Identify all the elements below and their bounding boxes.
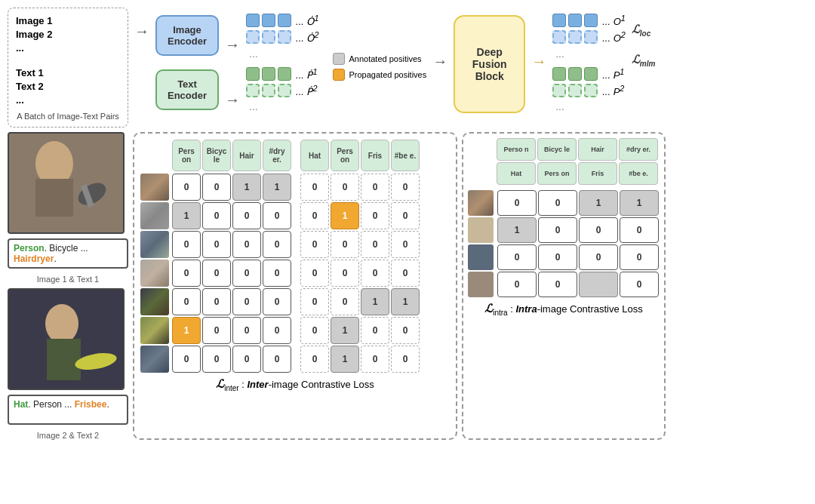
rcell-r1c4: 0 bbox=[391, 174, 420, 201]
legend-propagated-label: Propagated positives bbox=[349, 70, 427, 79]
matrix-right-row-4: 0 0 0 0 bbox=[300, 260, 420, 287]
matrix-right-cells: 0 0 0 0 0 1 0 0 0 0 0 0 bbox=[300, 174, 420, 373]
thumb-7 bbox=[140, 346, 169, 373]
mh-hat: Hat bbox=[300, 140, 329, 171]
ic-r3c2: 0 bbox=[538, 244, 577, 270]
image-features-group: ... Ȯ1 ... Ȯ2 ... bbox=[246, 14, 318, 60]
thumb-4 bbox=[140, 260, 169, 287]
arrow-encoder-features-top: → bbox=[225, 36, 240, 54]
legend-orange-sq bbox=[333, 69, 345, 81]
rcell-r6c1: 0 bbox=[300, 317, 329, 344]
rcell-r6c3: 0 bbox=[361, 317, 389, 344]
thumb-5 bbox=[140, 288, 169, 315]
matrix-right-row-6: 0 1 0 0 bbox=[300, 317, 420, 344]
rcell-r4c3: 0 bbox=[361, 260, 389, 287]
feat-sq-green-2 bbox=[262, 67, 275, 81]
matrix-row-4: 0 0 0 0 bbox=[172, 260, 291, 287]
cell-r4c1: 0 bbox=[172, 260, 201, 287]
out-feat-sq-green-2 bbox=[568, 67, 582, 81]
rcell-r3c2: 0 bbox=[331, 231, 359, 258]
legend-propagated: Propagated positives bbox=[333, 69, 427, 81]
matrix-row-2: 1 0 0 0 bbox=[172, 202, 291, 229]
cell-r1c4: 1 bbox=[263, 174, 291, 201]
matrix-right-row-1: 0 0 0 0 bbox=[300, 174, 420, 201]
out-feature-ellipsis-text: ... bbox=[555, 100, 564, 112]
intra-thumb-4 bbox=[468, 272, 494, 297]
arrow-fusion-output: → bbox=[531, 53, 546, 70]
out-feat-sq-blue-3 bbox=[584, 14, 598, 27]
cell-r7c3: 0 bbox=[232, 346, 261, 373]
feature-label-p2: ... Ṗ2 bbox=[296, 84, 317, 97]
rcell-r5c2: 0 bbox=[331, 288, 359, 315]
pair-label-1: Image 1 & Text 1 bbox=[8, 275, 128, 284]
cell-r3c1: 0 bbox=[172, 231, 201, 258]
intra-mh-bee: #be e. bbox=[619, 162, 658, 185]
matrix-row-1: 0 0 1 1 bbox=[172, 174, 291, 201]
rcell-r1c1: 0 bbox=[300, 174, 329, 201]
ic-r4c3 bbox=[579, 272, 618, 297]
caption-1-person: Person bbox=[14, 243, 45, 254]
batch-box: Image 1Image 2... Text 1Text 2... A Batc… bbox=[8, 8, 128, 128]
rcell-r7c4: 0 bbox=[391, 346, 420, 373]
batch-label: A Batch of Image-Text Pairs bbox=[16, 112, 120, 121]
ic-r1c3: 1 bbox=[579, 190, 618, 216]
ic-r1c4: 1 bbox=[620, 190, 659, 216]
cell-r6c3: 0 bbox=[232, 317, 261, 344]
out-feature-label-o1: ... O1 bbox=[602, 14, 626, 27]
feature-label-o1: ... Ȯ1 bbox=[296, 14, 318, 27]
feat-sq-blue-3 bbox=[278, 14, 291, 27]
ic-r1c2: 0 bbox=[538, 190, 577, 216]
intra-thumbnails bbox=[468, 190, 495, 297]
intra-mh-hair: Hair bbox=[578, 138, 617, 161]
intra-thumb-3 bbox=[468, 244, 494, 270]
intra-mh-person2: Pers on bbox=[537, 162, 577, 185]
matrix-right-row-5: 0 0 1 1 bbox=[300, 288, 420, 315]
out-feat-sq-blue-1 bbox=[552, 14, 566, 27]
cell-r2c3: 0 bbox=[232, 202, 261, 229]
out-feat-sq-green-dash-1 bbox=[552, 84, 566, 97]
image-encoder-box: ImageEncoder bbox=[155, 15, 219, 56]
feat-sq-green-3 bbox=[278, 67, 291, 81]
thumb-6 bbox=[140, 317, 169, 344]
inter-matrix: Pers on Bicyc le Hair #dry er. Hat Pers … bbox=[133, 132, 457, 440]
feat-sq-green-dash-1 bbox=[246, 84, 260, 97]
matrix-right-row-3: 0 0 0 0 bbox=[300, 231, 420, 258]
svg-rect-7 bbox=[47, 339, 81, 380]
ic-r1c1: 0 bbox=[497, 190, 537, 216]
matrix-row-5: 0 0 0 0 bbox=[172, 288, 291, 315]
matrix-row-6: 1 0 0 0 bbox=[172, 317, 291, 344]
out-feat-sq-blue-dash-3 bbox=[584, 30, 598, 44]
cell-r3c2: 0 bbox=[202, 231, 231, 258]
mh-dryer: #dry er. bbox=[263, 140, 291, 171]
mh-person: Pers on bbox=[172, 140, 201, 171]
out-feat-sq-green-dash-3 bbox=[584, 84, 598, 97]
thumb-2 bbox=[140, 202, 169, 229]
ic-r3c1: 0 bbox=[497, 244, 537, 270]
feat-sq-green-dash-3 bbox=[278, 84, 291, 97]
text-features-group: ... Ṗ1 ... Ṗ2 ... bbox=[246, 67, 318, 113]
cell-r5c4: 0 bbox=[263, 288, 291, 315]
arrow-encoder-features-bottom: → bbox=[225, 91, 240, 109]
svg-point-6 bbox=[45, 304, 78, 343]
intra-mh-fris: Fris bbox=[578, 162, 617, 185]
ic-r4c4: 0 bbox=[620, 272, 659, 297]
bottom-section: Person. Bicycle ... Hairdryer. Image 1 &… bbox=[0, 129, 815, 443]
ic-r2c2: 0 bbox=[538, 217, 577, 243]
cell-r6c2: 0 bbox=[202, 317, 231, 344]
out-feature-label-p2: ... P2 bbox=[602, 84, 624, 97]
output-features-column: ... O1 ... O2 ... ... P1 bbox=[552, 14, 626, 112]
matrix-row-7: 0 0 0 0 bbox=[172, 346, 291, 373]
cell-r5c3: 0 bbox=[232, 288, 261, 315]
matrix-left-cells: 0 0 1 1 1 0 0 0 0 0 0 0 bbox=[172, 174, 291, 373]
rcell-r3c3: 0 bbox=[361, 231, 389, 258]
feat-sq-green-1 bbox=[246, 67, 260, 81]
rcell-r5c1: 0 bbox=[300, 288, 329, 315]
ic-r2c1: 1 bbox=[497, 217, 537, 243]
cell-r2c1: 1 bbox=[172, 202, 201, 229]
rcell-r7c1: 0 bbox=[300, 346, 329, 373]
intra-mh-person: Perso n bbox=[497, 138, 536, 161]
ic-r3c4: 0 bbox=[620, 244, 659, 270]
intra-row-1: 0 0 1 1 bbox=[497, 190, 659, 216]
legend-annotated: Annotated positives bbox=[333, 53, 427, 65]
pair-label-2: Image 2 & Text 2 bbox=[8, 431, 128, 440]
